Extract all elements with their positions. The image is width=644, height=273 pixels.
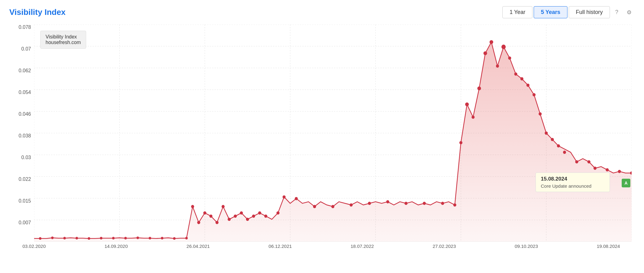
x-label-2: 26.04.2021 bbox=[187, 244, 210, 249]
svg-point-55 bbox=[527, 83, 530, 87]
svg-point-25 bbox=[228, 218, 231, 221]
svg-point-63 bbox=[587, 160, 590, 163]
svg-point-80 bbox=[185, 237, 188, 239]
svg-point-23 bbox=[215, 221, 218, 224]
svg-point-62 bbox=[575, 160, 578, 163]
svg-point-71 bbox=[76, 237, 78, 239]
svg-point-47 bbox=[477, 87, 481, 90]
svg-point-59 bbox=[551, 138, 554, 141]
svg-point-79 bbox=[173, 237, 176, 240]
svg-point-61 bbox=[563, 151, 566, 154]
svg-point-65 bbox=[606, 168, 609, 171]
svg-point-46 bbox=[472, 115, 475, 119]
svg-point-40 bbox=[404, 202, 408, 205]
svg-point-52 bbox=[508, 56, 511, 60]
svg-point-28 bbox=[246, 218, 249, 221]
y-label-5: 0.038 bbox=[19, 133, 31, 139]
svg-point-64 bbox=[593, 167, 597, 170]
btn-fullhistory[interactable]: Full history bbox=[569, 6, 610, 18]
svg-point-33 bbox=[283, 195, 286, 199]
y-label-2: 0.062 bbox=[19, 68, 31, 74]
svg-point-69 bbox=[51, 237, 54, 239]
chart-svg bbox=[34, 25, 632, 242]
svg-point-51 bbox=[501, 45, 506, 49]
help-icon[interactable]: ? bbox=[611, 7, 622, 18]
btn-5years[interactable]: 5 Years bbox=[534, 6, 567, 18]
svg-point-76 bbox=[137, 237, 139, 239]
tooltip-marker: A bbox=[622, 179, 630, 187]
svg-point-53 bbox=[514, 72, 517, 75]
svg-point-50 bbox=[496, 65, 499, 68]
legend-domain: housefresh.com bbox=[46, 40, 81, 45]
svg-point-22 bbox=[210, 215, 213, 218]
svg-point-24 bbox=[222, 205, 225, 208]
svg-point-31 bbox=[264, 215, 267, 218]
svg-point-66 bbox=[618, 170, 621, 173]
svg-point-44 bbox=[459, 141, 462, 144]
y-label-7: 0.022 bbox=[19, 177, 31, 182]
chart-area: 0.078 0.07 0.062 0.054 0.046 0.038 0.03 … bbox=[9, 25, 635, 254]
y-label-4: 0.046 bbox=[19, 111, 31, 117]
svg-point-43 bbox=[453, 203, 457, 206]
legend-title: Visibility Index bbox=[46, 34, 81, 40]
svg-point-42 bbox=[441, 202, 444, 205]
svg-point-68 bbox=[39, 237, 42, 240]
settings-icon[interactable]: ⚙ bbox=[624, 7, 635, 18]
x-label-1: 14.09.2020 bbox=[104, 244, 128, 249]
svg-point-30 bbox=[258, 211, 261, 214]
svg-point-58 bbox=[545, 132, 548, 135]
svg-point-37 bbox=[350, 203, 353, 206]
svg-point-45 bbox=[465, 102, 469, 106]
x-axis: 03.02.2020 14.09.2020 26.04.2021 06.12.2… bbox=[34, 242, 632, 254]
svg-point-77 bbox=[149, 237, 151, 239]
x-label-7: 19.08.2024 bbox=[597, 244, 620, 249]
svg-point-48 bbox=[483, 51, 487, 55]
y-label-0: 0.078 bbox=[19, 25, 31, 30]
svg-point-75 bbox=[124, 237, 127, 239]
y-label-9: 0.007 bbox=[19, 220, 31, 226]
y-label-8: 0.015 bbox=[19, 198, 31, 204]
tooltip-text: Core Update announced bbox=[541, 183, 605, 189]
svg-point-26 bbox=[234, 215, 237, 218]
svg-point-21 bbox=[203, 211, 206, 214]
y-label-3: 0.054 bbox=[19, 90, 31, 95]
svg-point-74 bbox=[112, 237, 115, 239]
svg-point-54 bbox=[520, 77, 523, 80]
x-label-6: 09.10.2023 bbox=[515, 244, 538, 249]
svg-point-19 bbox=[191, 205, 194, 208]
y-axis: 0.078 0.07 0.062 0.054 0.046 0.038 0.03 … bbox=[9, 25, 34, 242]
svg-point-60 bbox=[557, 144, 560, 147]
x-label-0: 03.02.2020 bbox=[22, 244, 46, 249]
svg-point-38 bbox=[368, 202, 371, 205]
x-label-4: 18.07.2022 bbox=[351, 244, 374, 249]
x-label-5: 27.02.2023 bbox=[433, 244, 456, 249]
svg-point-32 bbox=[276, 211, 280, 214]
page-header: Visibility Index 1 Year 5 Years Full his… bbox=[9, 6, 635, 18]
svg-point-35 bbox=[313, 205, 316, 208]
svg-point-78 bbox=[161, 237, 163, 239]
svg-point-41 bbox=[423, 202, 426, 205]
svg-point-36 bbox=[331, 205, 334, 208]
svg-point-29 bbox=[252, 215, 255, 218]
svg-point-34 bbox=[295, 197, 298, 200]
legend-box: Visibility Index housefresh.com bbox=[40, 31, 86, 49]
svg-point-27 bbox=[240, 211, 243, 214]
btn-1year[interactable]: 1 Year bbox=[502, 6, 532, 18]
svg-point-72 bbox=[88, 237, 90, 240]
time-controls: 1 Year 5 Years Full history ? ⚙ bbox=[502, 6, 635, 18]
svg-point-73 bbox=[100, 237, 102, 239]
y-label-6: 0.03 bbox=[21, 155, 31, 160]
x-label-3: 06.12.2021 bbox=[269, 244, 292, 249]
svg-point-57 bbox=[539, 112, 542, 115]
chart-inner bbox=[34, 25, 632, 242]
tooltip-box: 15.08.2024 Core Update announced bbox=[536, 172, 610, 192]
svg-point-70 bbox=[63, 237, 66, 239]
tooltip-date: 15.08.2024 bbox=[541, 176, 605, 182]
svg-point-39 bbox=[386, 200, 389, 203]
svg-point-20 bbox=[197, 221, 200, 224]
svg-point-56 bbox=[532, 93, 536, 96]
y-label-1: 0.07 bbox=[21, 46, 31, 52]
page-title: Visibility Index bbox=[9, 7, 66, 17]
svg-point-49 bbox=[490, 40, 493, 44]
